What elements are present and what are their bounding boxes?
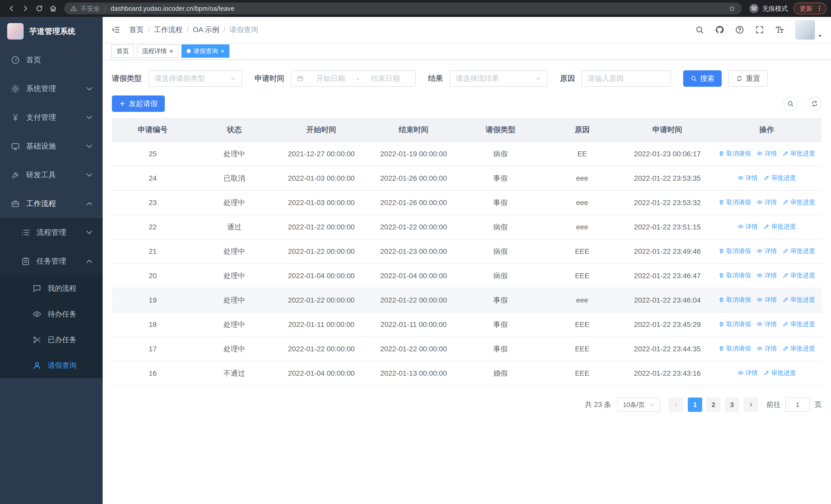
op-detail-link[interactable]: 详情	[756, 320, 777, 328]
op-progress-link[interactable]: 审批进度	[782, 271, 815, 279]
breadcrumb-item[interactable]: 首页	[130, 25, 144, 35]
tab-item[interactable]: 流程详情×	[137, 45, 178, 58]
cell-operations: 取消请假详情审批进度	[712, 288, 822, 312]
op-label: 审批进度	[771, 223, 796, 231]
op-cancel-link[interactable]: 取消请假	[718, 345, 751, 353]
op-detail-link[interactable]: 详情	[738, 223, 758, 231]
breadcrumb-item[interactable]: OA 示例	[193, 25, 220, 35]
app-title: 芋道管理系统	[29, 26, 76, 37]
create-leave-button[interactable]: 发起请假	[112, 95, 165, 112]
font-size-icon[interactable]	[775, 25, 784, 34]
op-progress-link[interactable]: 审批进度	[782, 320, 815, 328]
user-menu[interactable]	[795, 20, 822, 40]
sidebar-item-process-management[interactable]: 流程管理	[0, 218, 103, 247]
sidebar-item-workflow[interactable]: 工作流程	[0, 189, 103, 218]
breadcrumb-item[interactable]: 工作流程	[154, 25, 183, 35]
column-header-apply-time: 申请时间	[623, 118, 712, 142]
sidebar-toggle-icon[interactable]	[111, 25, 120, 34]
sidebar-item-dev-tools[interactable]: 研发工具	[0, 161, 103, 189]
op-progress-link[interactable]: 审批进度	[782, 296, 815, 304]
chevron-down-icon	[230, 76, 236, 82]
tab-item[interactable]: 请假查询×	[181, 45, 229, 58]
sidebar-item-home[interactable]: 首页	[0, 46, 103, 75]
op-detail-link[interactable]: 详情	[756, 198, 777, 206]
fullscreen-icon[interactable]	[755, 25, 764, 34]
sidebar-item-label: 基础设施	[26, 141, 56, 151]
sidebar-item-my-processes[interactable]: 我的流程	[0, 276, 103, 301]
op-detail-link[interactable]: 详情	[738, 174, 758, 182]
op-cancel-link[interactable]: 取消请假	[718, 198, 751, 206]
header-search-icon[interactable]	[695, 25, 704, 34]
result-select[interactable]: 请选择流结果	[450, 70, 548, 87]
kebab-menu-icon[interactable]	[816, 5, 823, 12]
bookmark-star-icon[interactable]	[728, 5, 736, 12]
browser-back-button[interactable]	[5, 2, 19, 16]
page-size-select[interactable]: 10条/页	[618, 397, 660, 412]
sidebar-item-task-management[interactable]: 任务管理	[0, 247, 103, 276]
op-detail-link[interactable]: 详情	[738, 369, 758, 377]
sidebar-item-payment-management[interactable]: 支付管理	[0, 103, 103, 132]
apply-time-range-picker[interactable]: 开始日期 - 结束日期	[291, 70, 416, 87]
sidebar-item-leave-query[interactable]: 请假查询	[0, 353, 103, 378]
op-detail-link[interactable]: 详情	[756, 345, 777, 353]
eye-icon	[738, 370, 744, 376]
sidebar-item-label: 任务管理	[36, 256, 66, 266]
leave-type-select[interactable]: 请选择请假类型	[148, 70, 242, 87]
tab-close-icon[interactable]: ×	[169, 48, 173, 54]
op-cancel-link[interactable]: 取消请假	[718, 247, 751, 255]
url-text[interactable]: dashboard.yudao.iocoder.cn/bpm/oa/leave	[111, 5, 235, 12]
help-icon[interactable]	[735, 25, 744, 34]
op-detail-link[interactable]: 详情	[756, 271, 777, 279]
op-cancel-link[interactable]: 取消请假	[718, 149, 751, 157]
op-progress-link[interactable]: 审批进度	[782, 247, 815, 255]
browser-reload-button[interactable]	[32, 2, 46, 16]
reason-input[interactable]	[581, 70, 671, 87]
reset-button[interactable]: 重置	[728, 70, 768, 87]
page-button-3[interactable]: 3	[725, 397, 739, 412]
browser-home-button[interactable]	[46, 2, 60, 16]
cell-status: 已取消	[194, 166, 275, 190]
cell-apply-time: 2022-01-22 23:53:32	[623, 190, 712, 215]
sidebar-item-infrastructure[interactable]: 基础设施	[0, 132, 103, 161]
browser-update-chip[interactable]: 更新	[794, 3, 826, 14]
op-cancel-link[interactable]: 取消请假	[718, 296, 751, 304]
table-row: 17处理中2022-01-22 00:00:002022-01-22 00:00…	[112, 337, 822, 361]
page-button-1[interactable]: 1	[688, 397, 702, 412]
prev-page-button[interactable]	[669, 397, 683, 412]
goto-page-input[interactable]	[785, 397, 810, 412]
sidebar-item-todo-tasks[interactable]: 待办任务	[0, 301, 103, 327]
tab-item[interactable]: 首页	[111, 45, 134, 58]
op-cancel-link[interactable]: 取消请假	[718, 320, 751, 328]
cell-operations: 取消请假详情审批进度	[712, 264, 822, 288]
op-cancel-link[interactable]: 取消请假	[718, 271, 751, 279]
op-progress-link[interactable]: 审批进度	[764, 174, 796, 182]
op-progress-link[interactable]: 审批进度	[782, 345, 815, 353]
op-progress-link[interactable]: 审批进度	[782, 198, 815, 206]
op-progress-link[interactable]: 审批进度	[782, 149, 815, 157]
page-button-2[interactable]: 2	[706, 397, 721, 412]
breadcrumb: 首页/工作流程/OA 示例/请假查询	[130, 25, 258, 35]
next-page-button[interactable]	[744, 397, 758, 412]
cell-reason: eee	[541, 190, 623, 215]
op-detail-link[interactable]: 详情	[756, 296, 777, 304]
address-bar[interactable]: 不安全 dashboard.yudao.iocoder.cn/bpm/oa/le…	[64, 3, 742, 14]
security-label[interactable]: 不安全	[81, 4, 100, 13]
cell-start: 2022-01-11 00:00:00	[275, 312, 368, 337]
op-detail-link[interactable]: 详情	[756, 149, 777, 157]
op-detail-link[interactable]: 详情	[756, 247, 777, 255]
tab-close-icon[interactable]: ×	[221, 48, 224, 54]
op-progress-link[interactable]: 审批进度	[764, 369, 796, 377]
sidebar-item-done-tasks[interactable]: 已办任务	[0, 327, 103, 353]
op-label: 取消请假	[726, 198, 751, 206]
sidebar-item-system-management[interactable]: 系统管理	[0, 75, 103, 103]
toggle-search-button[interactable]	[783, 96, 798, 111]
search-button[interactable]: 搜索	[683, 70, 722, 87]
cell-reason: EEE	[541, 361, 623, 385]
cell-apply-time: 2022-01-22 23:49:46	[623, 239, 712, 264]
op-progress-link[interactable]: 审批进度	[764, 223, 796, 231]
github-icon[interactable]	[715, 25, 724, 34]
browser-forward-button[interactable]	[19, 2, 32, 16]
refresh-table-button[interactable]	[807, 96, 822, 111]
sidebar-item-label: 请假查询	[48, 360, 77, 370]
app-logo-row[interactable]: 芋道管理系统	[0, 17, 103, 46]
